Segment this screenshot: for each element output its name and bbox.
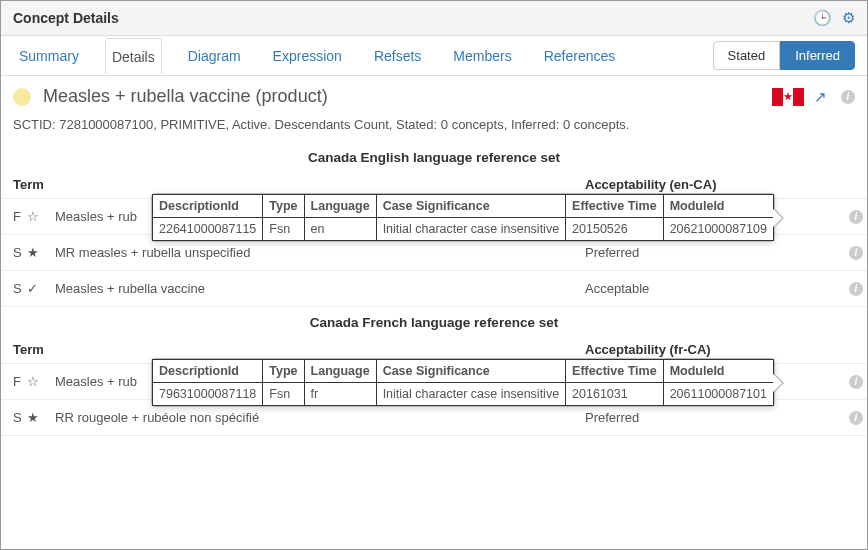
td: Initial character case insensitive	[376, 383, 565, 406]
th-language: Language	[304, 360, 376, 383]
inferred-button[interactable]: Inferred	[780, 41, 855, 70]
th-type: Type	[263, 195, 304, 218]
concept-metadata: SCTID: 7281000087100, PRIMITIVE, Active.…	[1, 111, 867, 142]
table-row: S Measles + rubella vaccine Acceptable i	[1, 271, 867, 307]
row-acceptability: Preferred	[585, 410, 835, 425]
concept-title: Measles + rubella vaccine (product)	[43, 86, 772, 107]
details-popover-fr: DescriptionId Type Language Case Signifi…	[151, 358, 775, 407]
panel-header: Concept Details 🕒 ⚙	[1, 1, 867, 36]
popover-table: DescriptionId Type Language Case Signifi…	[152, 194, 774, 241]
table-row: F Measles + rub i DescriptionId Type Lan…	[1, 199, 867, 235]
th-effective: Effective Time	[566, 360, 664, 383]
tab-references[interactable]: References	[538, 38, 622, 73]
info-icon[interactable]: i	[849, 210, 863, 224]
info-icon[interactable]: i	[849, 282, 863, 296]
section-title-en: Canada English language reference set	[1, 142, 867, 173]
info-icon[interactable]: i	[841, 90, 855, 104]
td: Fsn	[263, 383, 304, 406]
popover-arrow-icon	[774, 208, 784, 228]
row-term: MR measles + rubella unspecified	[55, 245, 585, 260]
check-icon[interactable]	[27, 281, 45, 296]
td: Fsn	[263, 218, 304, 241]
row-acceptability: Acceptable	[585, 281, 835, 296]
td: fr	[304, 383, 376, 406]
col-acc-header: Acceptability (en-CA)	[585, 177, 855, 192]
th-case: Case Significance	[376, 360, 565, 383]
section-title-fr: Canada French language reference set	[1, 307, 867, 338]
td: 20621000087109	[663, 218, 773, 241]
th-moduleid: ModuleId	[663, 195, 773, 218]
row-marker: F	[13, 374, 27, 389]
history-icon[interactable]: 🕒	[813, 9, 832, 27]
col-term-header: Term	[13, 177, 585, 192]
tab-refsets[interactable]: Refsets	[368, 38, 427, 73]
col-term-header: Term	[13, 342, 585, 357]
popover-table: DescriptionId Type Language Case Signifi…	[152, 359, 774, 406]
tab-expression[interactable]: Expression	[267, 38, 348, 73]
header-action-icons: 🕒 ⚙	[813, 9, 855, 27]
row-acceptability: Preferred	[585, 245, 835, 260]
external-link-icon[interactable]: ↗	[814, 88, 827, 106]
tabs: Summary Details Diagram Expression Refse…	[13, 38, 713, 73]
info-icon[interactable]: i	[849, 246, 863, 260]
view-toggle: Stated Inferred	[713, 41, 855, 70]
tab-members[interactable]: Members	[447, 38, 517, 73]
th-descriptionid: DescriptionId	[153, 195, 263, 218]
row-marker: F	[13, 209, 27, 224]
row-marker: S	[13, 281, 27, 296]
td: 22641000087115	[153, 218, 263, 241]
td: Initial character case insensitive	[376, 218, 565, 241]
row-term: RR rougeole + rubéole non spécifié	[55, 410, 585, 425]
td: en	[304, 218, 376, 241]
star-outline-icon[interactable]	[27, 374, 45, 389]
star-outline-icon[interactable]	[27, 209, 45, 224]
row-term: Measles + rubella vaccine	[55, 281, 585, 296]
table-row: F Measles + rub i DescriptionId Type Lan…	[1, 364, 867, 400]
panel-title: Concept Details	[13, 10, 813, 26]
info-icon[interactable]: i	[849, 411, 863, 425]
details-popover-en: DescriptionId Type Language Case Signifi…	[151, 193, 775, 242]
td: 20611000087101	[663, 383, 773, 406]
th-case: Case Significance	[376, 195, 565, 218]
tab-details[interactable]: Details	[105, 38, 162, 74]
td: 20150526	[566, 218, 664, 241]
th-descriptionid: DescriptionId	[153, 360, 263, 383]
row-marker: S	[13, 410, 27, 425]
concept-row: Measles + rubella vaccine (product) ↗ i	[1, 76, 867, 111]
th-language: Language	[304, 195, 376, 218]
popover-arrow-icon	[774, 373, 784, 393]
star-filled-icon[interactable]	[27, 410, 45, 425]
stated-button[interactable]: Stated	[713, 41, 781, 70]
tab-diagram[interactable]: Diagram	[182, 38, 247, 73]
td: 20161031	[566, 383, 664, 406]
concept-circle-icon	[13, 88, 31, 106]
star-filled-icon[interactable]	[27, 245, 45, 260]
info-icon[interactable]: i	[849, 375, 863, 389]
th-effective: Effective Time	[566, 195, 664, 218]
row-marker: S	[13, 245, 27, 260]
tab-summary[interactable]: Summary	[13, 38, 85, 73]
th-type: Type	[263, 360, 304, 383]
td: 79631000087118	[153, 383, 263, 406]
tabs-row: Summary Details Diagram Expression Refse…	[1, 36, 867, 76]
canada-flag-icon	[772, 88, 804, 106]
gear-icon[interactable]: ⚙	[842, 9, 855, 27]
th-moduleid: ModuleId	[663, 360, 773, 383]
col-acc-header: Acceptability (fr-CA)	[585, 342, 855, 357]
